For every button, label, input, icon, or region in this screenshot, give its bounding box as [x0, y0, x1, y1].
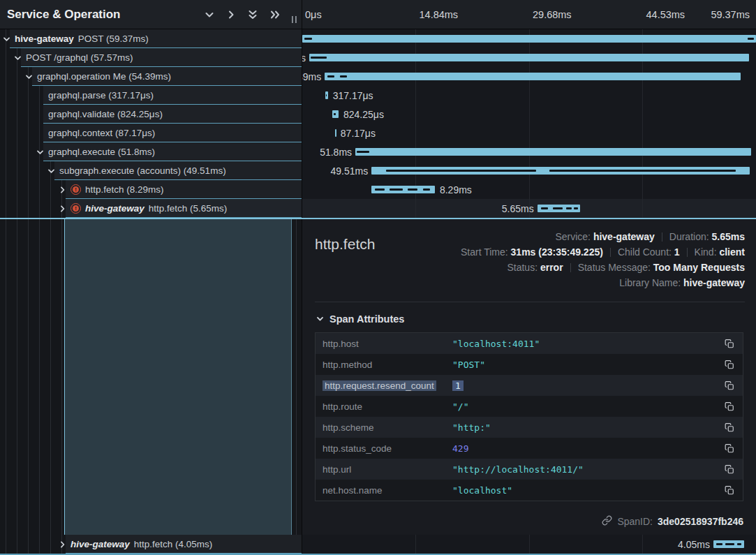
span-name-cell[interactable]: ! http.fetch (8.29ms)	[0, 180, 302, 199]
column-resize-handle[interactable]	[291, 14, 298, 27]
tree-chevron-icon[interactable]	[3, 35, 10, 43]
span-timeline-cell[interactable]: 51.8ms	[302, 142, 756, 161]
attribute-row[interactable]: http.host "localhost:4011"	[316, 333, 743, 354]
span-name-cell[interactable]: subgraph.execute (accounts) (49.51ms)	[0, 161, 302, 180]
attribute-value[interactable]: "http:"	[452, 422, 723, 433]
span-name-content: graphql.execute (51.8ms)	[43, 142, 302, 161]
span-timeline-cell[interactable]: 49.51ms	[302, 161, 756, 180]
copy-icon[interactable]	[723, 400, 736, 413]
attribute-value[interactable]: "http://localhost:4011/"	[452, 464, 723, 475]
attribute-key[interactable]: http.status_code	[316, 443, 452, 454]
overview-label: Status:	[507, 262, 540, 273]
span-row[interactable]: graphql.parse (317.17μs) 317.17μs	[0, 86, 756, 105]
copy-icon[interactable]	[723, 442, 736, 455]
overview-label: Library Name:	[619, 277, 683, 288]
attribute-key[interactable]: http.method	[316, 360, 452, 370]
attribute-key[interactable]: http.host	[316, 339, 452, 349]
span-row[interactable]: ! http.fetch (8.29ms) 8.29ms	[0, 180, 756, 199]
span-name-cell[interactable]: hive-gateway POST (59.37ms)	[0, 29, 302, 48]
span-name-cell[interactable]: graphql.context (87.17μs)	[0, 124, 302, 142]
span-duration-bar[interactable]	[355, 148, 751, 156]
overview-line: Start Time: 31ms (23:35:49.225)Child Cou…	[375, 244, 745, 260]
attribute-value[interactable]: 1	[452, 380, 723, 391]
service-operation-header: Service & Operation	[0, 0, 302, 29]
copy-icon[interactable]	[723, 358, 736, 371]
attribute-value[interactable]: "localhost"	[452, 485, 723, 496]
span-timeline-cell[interactable]: 59.37ms	[302, 29, 756, 48]
span-timeline-cell[interactable]: 4.05ms	[302, 535, 756, 554]
tree-chevron-icon[interactable]	[59, 540, 66, 548]
link-icon[interactable]	[602, 515, 612, 528]
attribute-key[interactable]: net.host.name	[316, 485, 452, 496]
span-timeline-cell[interactable]: 824.25μs	[302, 105, 756, 124]
copy-icon[interactable]	[723, 337, 736, 350]
span-name-cell[interactable]: ! hive-gateway http.fetch (5.65ms)	[0, 199, 302, 218]
span-duration-bar[interactable]	[309, 54, 749, 61]
span-name-cell[interactable]: graphql.operation Me (54.39ms)	[0, 67, 302, 86]
span-timeline-cell[interactable]: 5.65ms	[302, 199, 756, 218]
span-row[interactable]: subgraph.execute (accounts) (49.51ms) 49…	[0, 161, 756, 180]
span-row[interactable]: graphql.operation Me (54.39ms) 54.39ms	[0, 67, 756, 86]
attribute-row[interactable]: net.host.name "localhost"	[316, 480, 743, 501]
span-row[interactable]: ! hive-gateway http.fetch (5.65ms) 5.65m…	[0, 199, 756, 218]
overview-label: Service:	[555, 231, 593, 242]
tree-chevron-icon[interactable]	[14, 54, 22, 61]
expand-one-icon[interactable]	[226, 10, 236, 20]
span-duration-bar[interactable]	[335, 129, 336, 137]
attribute-key[interactable]: http.route	[316, 401, 452, 412]
copy-icon[interactable]	[723, 379, 736, 392]
span-timeline-cell[interactable]: 8.29ms	[302, 180, 756, 199]
span-duration-bar[interactable]	[302, 35, 755, 43]
attribute-row[interactable]: http.url "http://localhost:4011/"	[316, 459, 743, 480]
expand-all-icon[interactable]	[269, 10, 281, 20]
attribute-key[interactable]: http.scheme	[316, 422, 452, 433]
collapse-one-icon[interactable]	[205, 10, 214, 20]
copy-icon[interactable]	[723, 484, 736, 497]
span-row[interactable]: graphql.context (87.17μs) 87.17μs	[0, 124, 756, 142]
attribute-row[interactable]: http.request.resend_count 1	[316, 375, 743, 396]
tree-collapse-controls	[205, 9, 302, 20]
span-row[interactable]: graphql.validate (824.25μs) 824.25μs	[0, 105, 756, 124]
span-name-cell[interactable]: graphql.parse (317.17μs)	[0, 86, 302, 105]
span-row[interactable]: POST /graphql (57.57ms) 57.57ms	[0, 48, 756, 67]
span-name-content: hive-gateway http.fetch (4.05ms)	[66, 535, 302, 554]
span-row[interactable]: graphql.execute (51.8ms) 51.8ms	[0, 142, 756, 161]
collapse-all-icon[interactable]	[248, 9, 258, 20]
span-row[interactable]: hive-gateway POST (59.37ms) 59.37ms	[0, 29, 756, 48]
timeline-tick-label: 14.84ms	[420, 0, 459, 29]
tree-chevron-icon[interactable]	[47, 167, 55, 175]
span-attributes-header[interactable]: Span Attributes	[316, 313, 745, 325]
copy-icon[interactable]	[723, 463, 736, 476]
span-timeline-cell[interactable]: 57.57ms	[302, 48, 756, 67]
attribute-value[interactable]: "/"	[452, 401, 723, 412]
copy-icon[interactable]	[723, 421, 736, 434]
selected-span-highlight-area	[64, 219, 292, 535]
attribute-value[interactable]: "POST"	[452, 360, 723, 370]
span-name-content: hive-gateway POST (59.37ms)	[10, 29, 302, 48]
tree-chevron-icon[interactable]	[36, 148, 44, 156]
tree-chevron-icon[interactable]	[59, 186, 66, 193]
span-name-cell[interactable]: hive-gateway http.fetch (4.05ms)	[0, 535, 302, 554]
attribute-value[interactable]: 429	[452, 443, 723, 454]
span-label: http.fetch (8.29ms)	[85, 184, 164, 195]
attribute-row[interactable]: http.route "/"	[316, 396, 743, 417]
attribute-row[interactable]: http.scheme "http:"	[316, 417, 743, 438]
attribute-row[interactable]: http.status_code 429	[316, 438, 743, 459]
timeline-tick-label: 29.68ms	[533, 0, 572, 29]
attribute-value[interactable]: "localhost:4011"	[452, 339, 723, 349]
span-name-cell[interactable]: graphql.execute (51.8ms)	[0, 142, 302, 161]
span-row[interactable]: hive-gateway http.fetch (4.05ms) 4.05ms	[0, 535, 756, 554]
span-timeline-cell[interactable]: 317.17μs	[302, 86, 756, 105]
tree-chevron-icon[interactable]	[59, 205, 66, 212]
span-timeline-cell[interactable]: 54.39ms	[302, 67, 756, 86]
span-name-cell[interactable]: graphql.validate (824.25μs)	[0, 105, 302, 124]
attribute-row[interactable]: http.method "POST"	[316, 354, 743, 375]
span-duration-bar[interactable]	[325, 73, 740, 80]
span-timeline-cell[interactable]: 87.17μs	[302, 124, 756, 142]
attribute-key[interactable]: http.url	[316, 464, 452, 475]
tree-chevron-icon[interactable]	[25, 73, 33, 80]
attribute-key[interactable]: http.request.resend_count	[316, 380, 452, 391]
span-label: graphql.context (87.17μs)	[48, 128, 155, 138]
bar-self-time-dash	[304, 38, 312, 40]
span-name-cell[interactable]: POST /graphql (57.57ms)	[0, 48, 302, 67]
